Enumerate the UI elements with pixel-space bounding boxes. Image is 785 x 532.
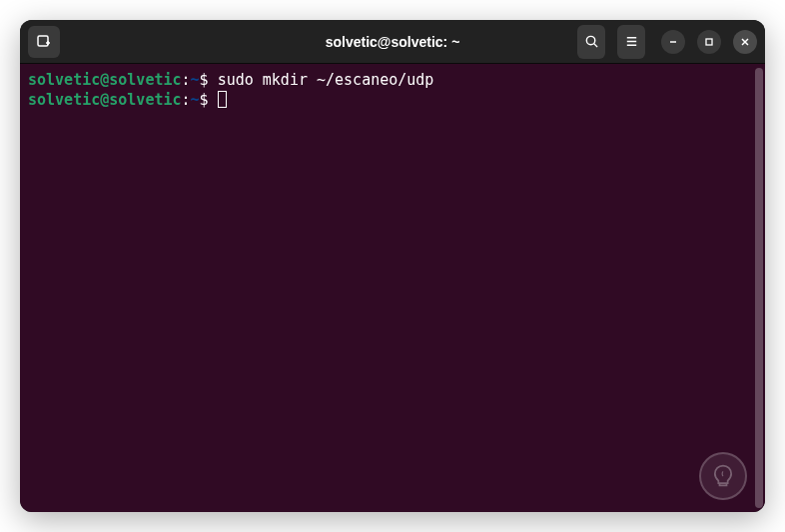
titlebar: solvetic@solvetic: ~ <box>20 20 765 64</box>
watermark-logo <box>699 452 747 500</box>
svg-rect-9 <box>706 39 712 45</box>
command-text <box>209 91 218 109</box>
maximize-icon <box>704 37 714 47</box>
prompt-symbol: $ <box>200 71 209 89</box>
svg-rect-0 <box>38 36 48 46</box>
search-icon <box>584 34 599 49</box>
prompt-path: ~ <box>191 91 200 109</box>
window-controls <box>661 30 757 54</box>
cursor <box>218 91 227 108</box>
prompt-symbol: $ <box>200 91 209 109</box>
hamburger-icon <box>624 34 639 49</box>
scrollbar[interactable] <box>755 68 763 508</box>
minimize-button[interactable] <box>661 30 685 54</box>
terminal-line: solvetic@solvetic:~$ sudo mkdir ~/escane… <box>28 70 757 90</box>
minimize-icon <box>668 37 678 47</box>
menu-button[interactable] <box>617 25 645 59</box>
close-icon <box>740 37 750 47</box>
command-text: sudo mkdir ~/escaneo/udp <box>209 71 434 89</box>
maximize-button[interactable] <box>697 30 721 54</box>
lightbulb-icon <box>709 462 737 490</box>
prompt-separator: : <box>182 91 191 109</box>
new-tab-button[interactable] <box>28 26 60 58</box>
svg-point-3 <box>586 36 594 44</box>
prompt-user-host: solvetic@solvetic <box>28 91 182 109</box>
search-button[interactable] <box>577 25 605 59</box>
terminal-window: solvetic@solvetic: ~ <box>20 20 765 512</box>
prompt-separator: : <box>182 71 191 89</box>
terminal-body[interactable]: solvetic@solvetic:~$ sudo mkdir ~/escane… <box>20 64 765 512</box>
terminal-line: solvetic@solvetic:~$ <box>28 90 757 110</box>
svg-line-4 <box>593 44 596 47</box>
prompt-path: ~ <box>191 71 200 89</box>
titlebar-right <box>577 25 757 59</box>
titlebar-left <box>28 26 208 58</box>
new-tab-icon <box>36 34 52 50</box>
window-title: solvetic@solvetic: ~ <box>208 34 577 50</box>
close-button[interactable] <box>733 30 757 54</box>
prompt-user-host: solvetic@solvetic <box>28 71 182 89</box>
